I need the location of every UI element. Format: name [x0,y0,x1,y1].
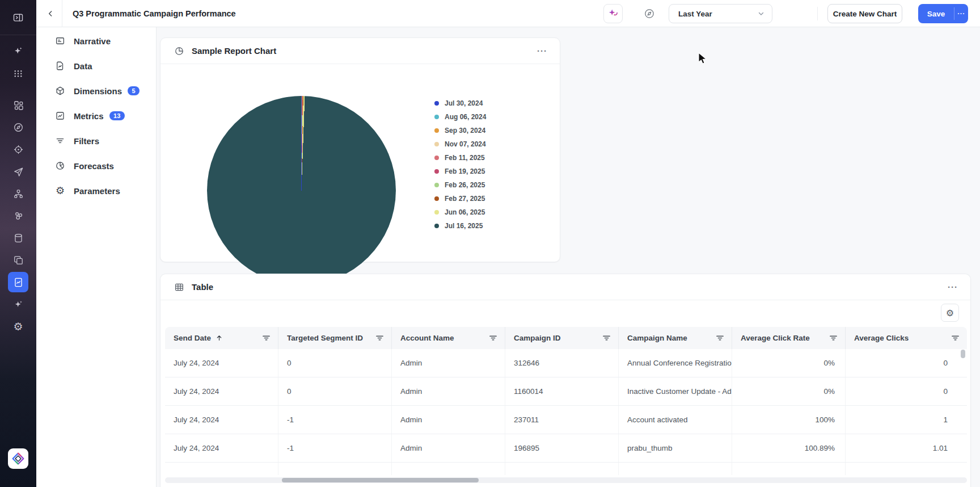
vertical-scrollbar-thumb[interactable] [961,350,965,358]
metrics-count-badge: 13 [109,111,125,120]
metrics-chart-icon [55,111,65,121]
report-doc-icon [13,277,24,288]
pie-chart[interactable] [207,96,396,285]
table-cell: 100.89% [732,434,846,462]
segments-button[interactable] [8,205,28,226]
table-settings-button[interactable]: ⚙ [941,304,959,322]
column-filter-icon[interactable] [375,334,384,342]
reports-button[interactable] [8,272,28,292]
explore-shortcut-button[interactable] [644,8,655,19]
legend-item[interactable]: Jul 30, 2024 [434,96,486,110]
nav-item-forecasts[interactable]: Forecasts [36,153,156,178]
back-button[interactable] [43,7,58,20]
nav-item-dimensions[interactable]: Dimensions 5 [36,78,156,103]
page-title: Q3 Programmatic Campaign Performance [73,0,236,27]
legend-item[interactable]: Jun 06, 2025 [434,205,486,219]
legend-item[interactable]: Feb 19, 2025 [434,165,486,178]
table-cell: Account activated [619,406,732,434]
ai-tools-button[interactable] [8,294,28,314]
workflows-button[interactable] [8,183,28,204]
table-cell: Annual Conference Registratio [619,349,732,377]
table-cell [619,463,732,475]
nav-item-data[interactable]: Data [36,53,156,78]
sparkles-icon [12,45,24,57]
legend-item[interactable]: Nov 07, 2024 [434,137,486,151]
column-filter-icon[interactable] [716,334,724,342]
create-new-chart-button[interactable]: Create New Chart [827,4,902,23]
table-cell: prabu_thumb [619,434,732,462]
ai-assistant-button[interactable] [8,41,28,61]
horizontal-scrollbar[interactable] [165,477,967,483]
data-sources-button[interactable] [8,228,28,248]
legend-color-dot [434,224,439,228]
settings-button[interactable]: ⚙ [8,316,28,337]
nav-item-metrics[interactable]: Metrics 13 [36,103,156,128]
table-cell: 100% [732,406,846,434]
legend-item[interactable]: Sep 30, 2024 [434,124,486,137]
forecast-pie-icon [55,161,65,171]
grid-header-row: Send Date Targeted Segment ID Account Na… [165,327,967,349]
legend-color-dot [434,128,439,133]
time-range-value: Last Year [678,10,757,18]
compass-icon [644,8,655,19]
column-filter-icon[interactable] [951,334,960,342]
column-filter-icon[interactable] [262,334,271,342]
column-header-label: Send Date [174,334,211,342]
report-sections-nav: Narrative Data Dimensions 5 Metrics 13 F… [36,27,157,487]
legend-label: Jul 16, 2025 [445,222,483,230]
campaigns-button[interactable] [8,161,28,182]
column-header[interactable]: Targeted Segment ID [278,327,392,349]
legend-item[interactable]: Feb 26, 2025 [434,178,486,192]
templates-button[interactable] [8,250,28,270]
table-row[interactable]: July 24, 2024-1Admin196895prabu_thumb100… [165,434,967,463]
gear-icon: ⚙ [13,321,23,332]
nav-item-parameters[interactable]: ⚙ Parameters [36,178,156,203]
mouse-cursor [698,52,708,66]
table-row[interactable]: July 24, 20240Admin1160014Inactive Custo… [165,377,967,406]
send-icon [13,166,24,177]
nav-label: Metrics [74,111,104,121]
diamond-logo-icon [11,451,26,466]
brand-logo[interactable] [8,448,28,469]
ai-generate-button[interactable] [603,4,623,23]
apps-button[interactable] [8,63,28,83]
time-range-select[interactable]: Last Year [669,4,772,23]
nav-item-narrative[interactable]: Narrative [36,28,156,53]
chart-card-more-button[interactable]: ··· [537,46,547,56]
legend-color-dot [434,101,439,106]
column-header-label: Average Click Rate [741,334,810,342]
goals-button[interactable] [8,139,28,159]
column-filter-icon[interactable] [489,334,497,342]
table-row[interactable]: July 24, 20240Admin312646Annual Conferen… [165,349,967,377]
explore-button[interactable] [8,117,28,137]
column-header[interactable]: Average Click Rate [732,327,846,349]
collapse-panel-button[interactable] [8,7,28,28]
back-chevron-icon [46,9,55,18]
nav-label: Filters [74,136,99,146]
nav-item-filters[interactable]: Filters [36,128,156,153]
dashboards-button[interactable] [8,95,28,115]
cube-icon [55,86,65,96]
column-header[interactable]: Campaign Name [619,327,732,349]
column-header[interactable]: Average Clicks [846,327,967,349]
legend-item[interactable]: Feb 11, 2025 [434,151,486,165]
legend-item[interactable]: Jul 16, 2025 [434,219,486,233]
column-header[interactable]: Send Date [165,327,278,349]
column-filter-icon[interactable] [829,334,838,342]
save-more-button[interactable]: ··· [954,4,968,23]
nav-label: Data [74,61,92,71]
table-grid-icon [174,282,184,292]
legend-item[interactable]: Aug 06, 2024 [434,110,486,124]
table-cell [732,463,846,475]
table-cell: Inactive Customer Update - Ad [619,377,732,405]
legend-label: Feb 26, 2025 [445,181,485,189]
save-button[interactable]: Save [918,4,954,23]
table-cell: July 24, 2024 [165,406,278,434]
legend-item[interactable]: Feb 27, 2025 [434,192,486,205]
column-filter-icon[interactable] [602,334,611,342]
horizontal-scrollbar-thumb[interactable] [282,478,479,482]
column-header[interactable]: Account Name [392,327,505,349]
column-header[interactable]: Campaign ID [505,327,619,349]
table-row[interactable]: July 24, 2024-1Admin237011Account activa… [165,406,967,434]
table-card-more-button[interactable]: ··· [948,282,958,292]
